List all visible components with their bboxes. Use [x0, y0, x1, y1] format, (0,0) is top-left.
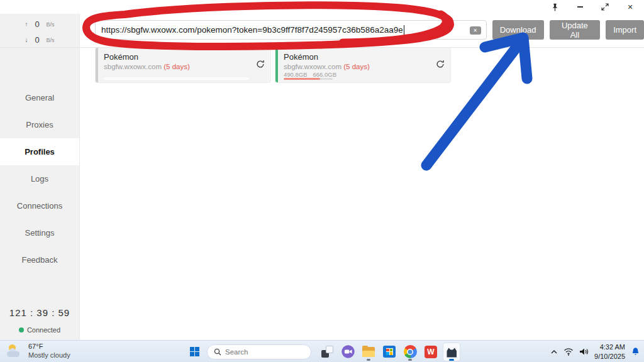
refresh-icon[interactable] — [256, 60, 265, 71]
notification-bell-icon[interactable] — [631, 347, 640, 357]
usage-stats: 490.8GB 666.0GB — [284, 71, 429, 78]
taskbar: 67°F Mostly cloudy — [0, 340, 644, 362]
status-dot-icon — [19, 327, 24, 332]
taskbar-center: W — [190, 341, 460, 362]
minimize-icon — [577, 6, 583, 8]
system-tray: 4:32 AM 9/10/2025 — [550, 341, 640, 362]
clear-input-icon[interactable]: ✕ — [470, 26, 481, 35]
connection-status: Connected — [0, 326, 79, 334]
download-button[interactable]: Download — [492, 20, 544, 40]
sidebar-item-logs[interactable]: Logs — [0, 165, 79, 192]
download-unit: B/s — [47, 37, 55, 43]
refresh-icon[interactable] — [436, 60, 445, 71]
sidebar-nav: General Proxies Profiles Logs Connection… — [0, 84, 79, 273]
profile-domain: sbgfw.wxowx.com — [104, 63, 162, 70]
profile-domain: sbgfw.wxowx.com — [284, 63, 341, 70]
weather-condition: Mostly cloudy — [28, 351, 70, 360]
sidebar-item-connections[interactable]: Connections — [0, 192, 79, 219]
usage-progress-track — [104, 77, 249, 80]
download-value: 0 — [35, 35, 39, 45]
profile-expiry: (5 days) — [343, 63, 370, 70]
upload-arrow-icon: ↑ — [25, 21, 28, 28]
download-rate: ↓ 0 B/s — [0, 32, 79, 48]
resize-icon — [601, 3, 609, 11]
active-indicator — [449, 359, 454, 361]
weather-temp: 67°F — [28, 343, 70, 351]
resize-button[interactable] — [600, 2, 610, 12]
close-icon: ✕ — [627, 3, 633, 11]
microsoft-store-button[interactable] — [381, 343, 397, 361]
search-icon — [214, 348, 221, 356]
profile-name: Pokémon — [104, 52, 249, 62]
usage-progress-track — [284, 78, 333, 80]
tray-date: 9/10/2025 — [594, 352, 625, 361]
titlebar: ✕ — [0, 0, 644, 14]
profile-name: Pokémon — [284, 52, 429, 62]
minimize-button[interactable] — [575, 2, 585, 12]
close-button[interactable]: ✕ — [625, 2, 635, 12]
profile-expiry: (5 days) — [164, 63, 190, 70]
video-app-button[interactable] — [340, 343, 356, 361]
profile-card-1[interactable]: Pokémon sbgfw.wxowx.com (5 days) — [96, 48, 270, 82]
chrome-icon — [404, 345, 417, 358]
sidebar: ↑ 0 B/s ↓ 0 B/s General Proxies Profiles… — [0, 14, 80, 340]
wps-button[interactable]: W — [423, 343, 439, 361]
weather-icon — [6, 343, 24, 359]
update-all-button[interactable]: Update All — [550, 20, 601, 40]
usage-progress-fill — [284, 78, 320, 80]
tray-chevron-icon[interactable] — [550, 349, 558, 355]
task-view-icon — [321, 346, 333, 358]
running-indicator — [367, 359, 370, 361]
pin-icon[interactable] — [550, 2, 560, 12]
sidebar-item-proxies[interactable]: Proxies — [0, 111, 79, 138]
sidebar-footer: 121 : 39 : 59 Connected — [0, 307, 79, 334]
sidebar-item-settings[interactable]: Settings — [0, 219, 79, 246]
connection-timer: 121 : 39 : 59 — [0, 307, 79, 318]
tray-time: 4:32 AM — [594, 343, 625, 351]
text-caret — [404, 25, 405, 35]
taskbar-apps: W — [319, 343, 460, 361]
start-button[interactable] — [190, 347, 199, 356]
clash-app-icon — [445, 346, 458, 358]
sidebar-item-general[interactable]: General — [0, 84, 79, 111]
running-indicator — [408, 359, 412, 361]
url-text: https://sbgfw.wxowx.com/pokemon?token=9b… — [101, 25, 403, 35]
sidebar-item-profiles[interactable]: Profiles — [0, 138, 79, 165]
upload-value: 0 — [35, 19, 39, 29]
upload-unit: B/s — [47, 21, 55, 28]
clock[interactable]: 4:32 AM 9/10/2025 — [594, 343, 625, 361]
microsoft-store-icon — [383, 346, 396, 358]
chrome-button[interactable] — [402, 343, 418, 361]
task-view-button[interactable] — [319, 343, 335, 361]
download-arrow-icon: ↓ — [25, 36, 28, 43]
url-input[interactable]: https://sbgfw.wxowx.com/pokemon?token=9b… — [95, 20, 487, 40]
profile-card-list: Pokémon sbgfw.wxowx.com (5 days) Pokém — [80, 40, 644, 82]
file-explorer-button[interactable] — [360, 343, 377, 361]
wifi-icon[interactable] — [564, 348, 574, 356]
sidebar-item-feedback[interactable]: Feedback — [0, 246, 79, 273]
usage-used: 490.8GB — [284, 71, 308, 78]
traffic-stats: ↑ 0 B/s ↓ 0 B/s — [0, 14, 79, 48]
weather-widget[interactable]: 67°F Mostly cloudy — [6, 343, 70, 360]
wps-icon: W — [425, 346, 437, 358]
app-window: ✕ ↑ 0 B/s ↓ 0 B/s General Proxies Profil… — [0, 0, 644, 340]
volume-icon[interactable] — [579, 348, 589, 356]
video-app-icon — [341, 345, 355, 358]
main-panel: https://sbgfw.wxowx.com/pokemon?token=9b… — [80, 14, 644, 340]
upload-rate: ↑ 0 B/s — [0, 16, 79, 32]
search-box[interactable] — [207, 344, 311, 359]
file-explorer-icon — [362, 347, 375, 357]
search-input[interactable] — [225, 348, 297, 356]
status-label: Connected — [27, 326, 60, 334]
clash-app-button[interactable] — [443, 343, 460, 361]
import-button[interactable]: Import — [606, 20, 644, 40]
usage-total: 666.0GB — [313, 71, 337, 78]
profile-card-2[interactable]: Pokémon sbgfw.wxowx.com (5 days) 490.8GB… — [275, 48, 450, 82]
header-divider — [0, 47, 644, 48]
profile-toolbar: https://sbgfw.wxowx.com/pokemon?token=9b… — [80, 14, 644, 40]
